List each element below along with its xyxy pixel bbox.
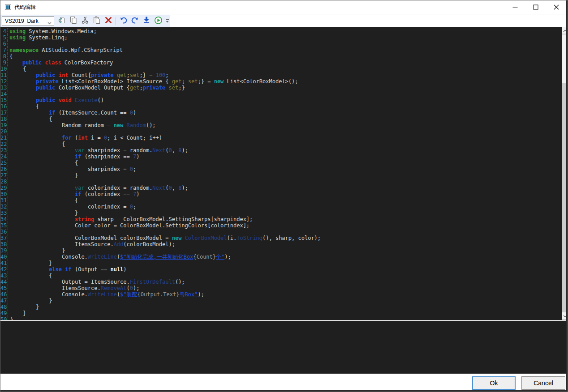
- code-line: 17 if (ItemsSource.Count == 0): [0, 110, 562, 116]
- line-number: 48: [0, 304, 8, 310]
- run-button[interactable]: [152, 15, 164, 26]
- code-line: 36: [0, 229, 562, 235]
- cancel-button[interactable]: Cancel: [521, 376, 565, 390]
- redo-button[interactable]: [129, 15, 141, 26]
- line-content: }: [8, 172, 78, 179]
- line-number: 41: [0, 260, 8, 266]
- line-content: {: [8, 273, 52, 279]
- line-content: {: [8, 116, 52, 122]
- line-content: {: [8, 197, 78, 204]
- maximize-button[interactable]: [525, 0, 546, 14]
- code-line: 50}: [0, 316, 562, 320]
- undo-button[interactable]: [117, 15, 129, 26]
- code-line: 21 for (int i = 0; i < Count; i++): [0, 135, 562, 141]
- code-line: 7namespace AIStudio.Wpf.CSharpScript: [0, 47, 562, 53]
- code-line: 45 ItemsSource.RemoveAt(0);: [0, 285, 562, 291]
- code-line: 28: [0, 179, 562, 185]
- code-lines: 4using System.Windows.Media;5using Syste…: [0, 28, 562, 320]
- line-content: ItemsSource.RemoveAt(0);: [8, 285, 139, 291]
- save-icon: [142, 16, 151, 26]
- line-content: [8, 91, 10, 97]
- code-line: 13 public ColorBoxModel Output {get;priv…: [0, 85, 562, 91]
- theme-selector[interactable]: VS2019_Dark: [2, 16, 54, 26]
- code-line: 35 Color color = ColorBoxModel.SettingCo…: [0, 222, 562, 229]
- line-number: 42: [0, 266, 8, 273]
- line-number: 39: [0, 247, 8, 254]
- toolbar-overflow-button[interactable]: [165, 15, 170, 26]
- lower-dark-panel: [0, 320, 568, 374]
- line-content: {: [8, 66, 26, 72]
- line-content: namespace AIStudio.Wpf.CSharpScript: [8, 47, 123, 53]
- line-number: 21: [0, 135, 8, 141]
- line-content: {: [8, 141, 65, 147]
- code-line: 46 Console.WriteLine($"装配{Output.Text}号B…: [0, 291, 562, 298]
- line-content: }: [8, 260, 52, 266]
- cut-button[interactable]: [79, 15, 91, 26]
- dialog-footer: Ok Cancel: [0, 374, 568, 392]
- code-line: 30 if (colorindex == 7): [0, 191, 562, 197]
- redo-icon: [131, 16, 139, 26]
- line-number: 9: [0, 60, 8, 66]
- line-number: 32: [0, 204, 8, 210]
- code-line: 15 public void Execute(): [0, 97, 562, 103]
- code-line: 10 {: [0, 66, 562, 72]
- code-line: 38 ItemsSource.Add(colorBoxModel);: [0, 241, 562, 247]
- line-content: }: [8, 210, 78, 216]
- close-button[interactable]: [546, 0, 567, 14]
- window-title: 代码编辑: [14, 0, 36, 14]
- window-bottom-border: [0, 390, 568, 392]
- line-number: 16: [0, 103, 8, 110]
- code-line: 23 var sharpindex = random.Next(0, 8);: [0, 147, 562, 153]
- code-line: 12 private List<ColorBoxModel> ItemsSour…: [0, 78, 562, 85]
- line-content: {: [8, 53, 13, 60]
- undo-icon: [119, 16, 128, 26]
- line-number: 6: [0, 41, 8, 47]
- line-number: 29: [0, 185, 8, 191]
- save-button[interactable]: [141, 15, 152, 26]
- line-number: 4: [0, 28, 8, 34]
- line-content: ColorBoxModel colorBoxModel = new ColorB…: [8, 235, 321, 241]
- run-icon: [154, 16, 163, 26]
- code-line: 33 }: [0, 210, 562, 216]
- line-content: for (int i = 0; i < Count; i++): [8, 135, 162, 141]
- code-line: 6: [0, 41, 562, 47]
- code-line: 4using System.Windows.Media;: [0, 28, 562, 34]
- code-line: 47 }: [0, 298, 562, 304]
- toolbar-separator: [116, 17, 116, 25]
- code-line: 24 if (sharpindex == 7): [0, 153, 562, 160]
- code-line: 16 {: [0, 103, 562, 110]
- line-number: 36: [0, 229, 8, 235]
- line-content: public int Count{private get;set;} = 100…: [8, 72, 168, 78]
- code-line: 41 }: [0, 260, 562, 266]
- line-content: }: [8, 310, 26, 316]
- paste-button[interactable]: [91, 15, 103, 26]
- line-number: 10: [0, 66, 8, 72]
- code-line: 49 }: [0, 310, 562, 316]
- paste-icon: [93, 16, 101, 26]
- line-number: 37: [0, 235, 8, 241]
- line-number: 24: [0, 153, 8, 160]
- line-number: 13: [0, 85, 8, 91]
- line-number: 26: [0, 166, 8, 172]
- line-content: if (sharpindex == 7): [8, 153, 139, 160]
- line-number: 22: [0, 141, 8, 147]
- code-editor[interactable]: 4using System.Windows.Media;5using Syste…: [0, 27, 568, 320]
- code-edit-dialog: 代码编辑 VS2019_Dark 4using System.Windo: [0, 0, 568, 392]
- refresh-document-button[interactable]: [56, 15, 68, 26]
- line-content: }: [8, 316, 13, 320]
- delete-button[interactable]: [103, 15, 114, 26]
- ok-button[interactable]: Ok: [472, 376, 516, 390]
- line-content: string sharp = ColorBoxModel.SettingShar…: [8, 216, 253, 222]
- minimize-button[interactable]: [505, 0, 525, 14]
- line-content: using System.Linq;: [8, 34, 68, 41]
- line-number: 35: [0, 222, 8, 229]
- code-line: 5using System.Linq;: [0, 34, 562, 41]
- code-line: 29 var colorindex = random.Next(0, 8);: [0, 185, 562, 191]
- code-line: 43 {: [0, 273, 562, 279]
- line-number: 27: [0, 172, 8, 179]
- line-number: 19: [0, 122, 8, 128]
- copy-button[interactable]: [68, 15, 79, 26]
- line-content: {: [8, 103, 39, 110]
- line-content: }: [8, 247, 65, 254]
- copy-icon: [69, 16, 77, 26]
